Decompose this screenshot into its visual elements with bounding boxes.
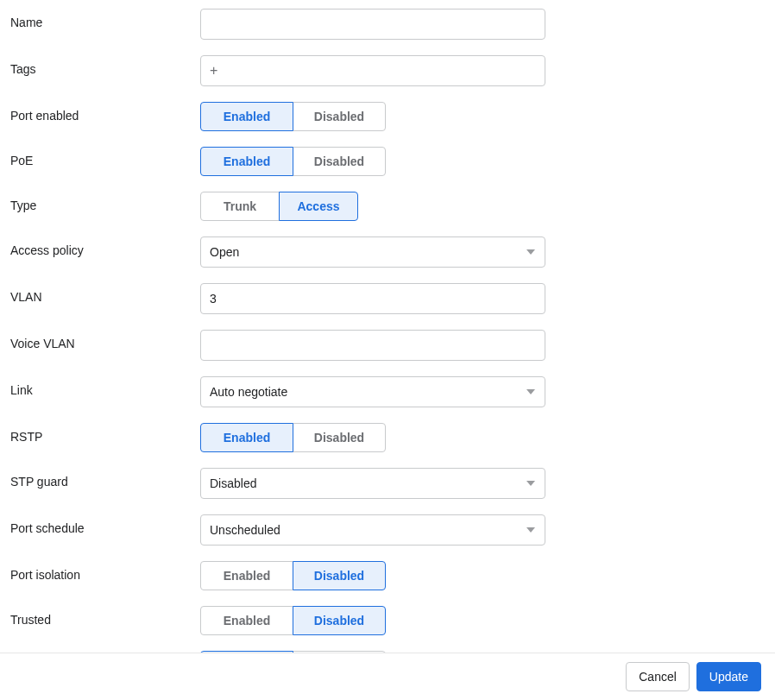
row-name: Name bbox=[10, 9, 765, 40]
toggle-trusted: Enabled Disabled bbox=[200, 606, 386, 635]
port-isolation-disabled-button[interactable]: Disabled bbox=[293, 561, 386, 590]
rstp-enabled-button[interactable]: Enabled bbox=[200, 423, 293, 452]
label-access-policy: Access policy bbox=[10, 236, 200, 257]
label-name: Name bbox=[10, 9, 200, 29]
toggle-rstp: Enabled Disabled bbox=[200, 423, 386, 452]
row-voice-vlan: Voice VLAN bbox=[10, 330, 765, 361]
action-bar: Cancel Update bbox=[0, 653, 775, 700]
label-poe: PoE bbox=[10, 147, 200, 167]
label-stp-guard: STP guard bbox=[10, 468, 200, 489]
toggle-port-isolation: Enabled Disabled bbox=[200, 561, 386, 590]
row-stp-guard: STP guard Disabled bbox=[10, 468, 765, 499]
udld-alert-only-button[interactable]: Alert only bbox=[200, 651, 293, 653]
type-access-button[interactable]: Access bbox=[279, 192, 358, 221]
toggle-type: Trunk Access bbox=[200, 192, 358, 221]
row-rstp: RSTP Enabled Disabled bbox=[10, 423, 765, 452]
toggle-port-enabled: Enabled Disabled bbox=[200, 102, 386, 131]
port-settings-form: Name Tags + Port enabled Enabled Disable… bbox=[0, 0, 775, 653]
link-select[interactable]: Auto negotiate bbox=[200, 376, 545, 407]
port-enabled-disabled-button[interactable]: Disabled bbox=[293, 102, 386, 131]
row-type: Type Trunk Access bbox=[10, 192, 765, 221]
row-vlan: VLAN bbox=[10, 283, 765, 314]
label-port-schedule: Port schedule bbox=[10, 514, 200, 535]
row-trusted: Trusted Enabled Disabled bbox=[10, 606, 765, 635]
access-policy-select[interactable]: Open bbox=[200, 236, 545, 268]
toggle-poe: Enabled Disabled bbox=[200, 147, 386, 176]
label-trusted: Trusted bbox=[10, 606, 200, 627]
poe-enabled-button[interactable]: Enabled bbox=[200, 147, 293, 176]
label-port-enabled: Port enabled bbox=[10, 102, 200, 123]
stp-guard-select[interactable]: Disabled bbox=[200, 468, 545, 499]
tags-input[interactable]: + bbox=[200, 55, 545, 86]
label-rstp: RSTP bbox=[10, 423, 200, 444]
row-access-policy: Access policy Open bbox=[10, 236, 765, 268]
update-button[interactable]: Update bbox=[696, 662, 761, 691]
port-enabled-enabled-button[interactable]: Enabled bbox=[200, 102, 293, 131]
label-port-isolation: Port isolation bbox=[10, 561, 200, 582]
label-link: Link bbox=[10, 376, 200, 397]
name-input[interactable] bbox=[200, 9, 545, 40]
port-schedule-select[interactable]: Unscheduled bbox=[200, 514, 545, 545]
row-port-schedule: Port schedule Unscheduled bbox=[10, 514, 765, 545]
poe-disabled-button[interactable]: Disabled bbox=[293, 147, 386, 176]
row-tags: Tags + bbox=[10, 55, 765, 86]
label-voice-vlan: Voice VLAN bbox=[10, 330, 200, 350]
trusted-disabled-button[interactable]: Disabled bbox=[293, 606, 386, 635]
voice-vlan-input[interactable] bbox=[200, 330, 545, 361]
tags-plus-icon: + bbox=[201, 56, 217, 85]
cancel-button[interactable]: Cancel bbox=[626, 662, 690, 691]
type-trunk-button[interactable]: Trunk bbox=[200, 192, 280, 221]
vlan-input[interactable] bbox=[200, 283, 545, 314]
label-tags: Tags bbox=[10, 55, 200, 76]
rstp-disabled-button[interactable]: Disabled bbox=[293, 423, 386, 452]
row-port-enabled: Port enabled Enabled Disabled bbox=[10, 102, 765, 131]
row-poe: PoE Enabled Disabled bbox=[10, 147, 765, 176]
trusted-enabled-button[interactable]: Enabled bbox=[200, 606, 293, 635]
row-port-isolation: Port isolation Enabled Disabled bbox=[10, 561, 765, 590]
row-link: Link Auto negotiate bbox=[10, 376, 765, 407]
label-vlan: VLAN bbox=[10, 283, 200, 304]
label-type: Type bbox=[10, 192, 200, 212]
port-isolation-enabled-button[interactable]: Enabled bbox=[200, 561, 293, 590]
